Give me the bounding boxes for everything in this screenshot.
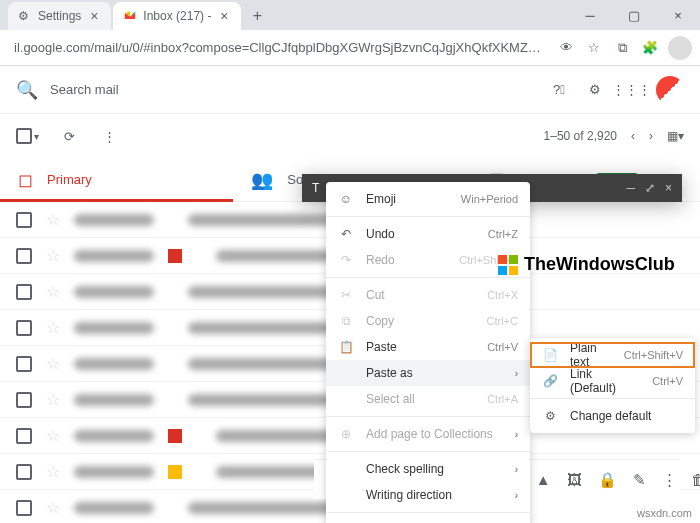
more-icon[interactable]: ⋮ (99, 126, 119, 146)
star-icon[interactable]: ☆ (46, 246, 60, 265)
plain-text-icon: 📄 (542, 348, 558, 362)
pen-icon[interactable]: ✎ (633, 471, 646, 489)
close-icon[interactable]: × (665, 181, 672, 195)
menu-paste[interactable]: 📋PasteCtrl+V (326, 334, 530, 360)
close-icon[interactable]: × (217, 9, 231, 23)
next-page-icon[interactable]: › (649, 129, 653, 143)
prev-page-icon[interactable]: ‹ (631, 129, 635, 143)
link-icon: 🔗 (542, 374, 558, 388)
profile-avatar[interactable] (668, 36, 692, 60)
star-icon[interactable]: ☆ (46, 390, 60, 409)
maximize-button[interactable]: ▢ (612, 0, 656, 30)
menu-paste-as[interactable]: Paste as› (326, 360, 530, 386)
refresh-icon[interactable]: ⟳ (59, 126, 79, 146)
windows-logo-icon (498, 255, 518, 275)
drive-icon[interactable]: ▲ (536, 471, 551, 488)
compose-title: T (312, 181, 319, 195)
menu-undo[interactable]: ↶UndoCtrl+Z (326, 221, 530, 247)
row-checkbox[interactable] (16, 392, 32, 408)
star-icon[interactable]: ☆ (46, 282, 60, 301)
label-red (168, 249, 182, 263)
watermark-text: TheWindowsClub (524, 254, 675, 275)
tab-primary[interactable]: ◻ Primary (0, 158, 233, 201)
url-field[interactable]: il.google.com/mail/u/0/#inbox?compose=Cl… (8, 40, 548, 55)
chevron-right-icon: › (515, 464, 518, 475)
more-icon[interactable]: ⋮ (662, 471, 677, 489)
search-placeholder: Search mail (50, 82, 119, 97)
svg-rect-0 (498, 255, 507, 264)
chevron-right-icon: › (515, 490, 518, 501)
account-avatar[interactable] (656, 76, 684, 104)
image-icon[interactable]: 🖼 (567, 471, 582, 488)
watermark: TheWindowsClub (498, 254, 675, 275)
close-button[interactable]: × (656, 0, 700, 30)
minimize-button[interactable]: ─ (568, 0, 612, 30)
gmail-tab-icon (123, 9, 137, 23)
star-icon[interactable]: ☆ (46, 498, 60, 517)
menu-select-all: Select allCtrl+A (326, 386, 530, 412)
expand-icon[interactable]: ⤢ (645, 181, 655, 195)
menu-collections: ⊕Add page to Collections› (326, 421, 530, 447)
separator (326, 416, 530, 417)
new-tab-button[interactable]: + (243, 2, 271, 30)
star-icon[interactable]: ☆ (46, 426, 60, 445)
star-icon[interactable]: ☆ (46, 462, 60, 481)
menu-direction[interactable]: Writing direction› (326, 482, 530, 508)
paste-icon: 📋 (338, 340, 354, 354)
separator (530, 398, 695, 399)
address-bar: il.google.com/mail/u/0/#inbox?compose=Cl… (0, 30, 700, 66)
row-checkbox[interactable] (16, 500, 32, 516)
row-checkbox[interactable] (16, 464, 32, 480)
submenu-plain-text[interactable]: 📄Plain textCtrl+Shift+V (530, 342, 695, 368)
row-checkbox[interactable] (16, 248, 32, 264)
sender (74, 430, 154, 442)
minimize-icon[interactable]: ─ (626, 181, 635, 195)
cut-icon: ✂ (338, 288, 354, 302)
row-checkbox[interactable] (16, 320, 32, 336)
settings-tab-icon: ⚙ (18, 9, 32, 23)
input-tools-icon[interactable]: ▦▾ (667, 129, 684, 143)
sender (74, 322, 154, 334)
source-text: wsxdn.com (637, 507, 692, 519)
tab-label: Primary (47, 172, 92, 187)
extensions-icon[interactable]: 🧩 (640, 38, 660, 58)
star-icon[interactable]: ☆ (46, 210, 60, 229)
star-icon[interactable]: ☆ (46, 318, 60, 337)
svg-rect-2 (498, 266, 507, 275)
row-checkbox[interactable] (16, 428, 32, 444)
label-yellow (168, 465, 182, 479)
collections-icon[interactable]: ⧉ (612, 38, 632, 58)
select-dropdown[interactable]: ▾ (34, 131, 39, 142)
submenu-change-default[interactable]: ⚙Change default (530, 403, 695, 429)
window-controls: ─ ▢ × (568, 0, 700, 30)
gmail-header: 🔍 Search mail ?⃝ ⚙ ⋮⋮⋮ (0, 66, 700, 114)
copy-icon: ⧉ (338, 314, 354, 328)
reader-icon[interactable]: 👁 (556, 38, 576, 58)
browser-titlebar: ⚙ Settings × Inbox (217) - × + ─ ▢ × (0, 0, 700, 30)
chevron-right-icon: › (515, 429, 518, 440)
menu-cut: ✂CutCtrl+X (326, 282, 530, 308)
apps-icon[interactable]: ⋮⋮⋮ (620, 79, 642, 101)
submenu-link[interactable]: 🔗Link (Default)Ctrl+V (530, 368, 695, 394)
help-icon[interactable]: ?⃝ (548, 79, 570, 101)
menu-emoji[interactable]: ☺EmojiWin+Period (326, 186, 530, 212)
row-checkbox[interactable] (16, 356, 32, 372)
tab-settings[interactable]: ⚙ Settings × (8, 2, 111, 30)
confidential-icon[interactable]: 🔒 (598, 471, 617, 489)
row-checkbox[interactable] (16, 212, 32, 228)
separator (326, 451, 530, 452)
search-box[interactable]: 🔍 Search mail (16, 79, 536, 101)
tab-inbox[interactable]: Inbox (217) - × (113, 2, 241, 30)
menu-spelling[interactable]: Check spelling› (326, 456, 530, 482)
close-icon[interactable]: × (87, 9, 101, 23)
select-all-checkbox[interactable] (16, 128, 32, 144)
trash-icon[interactable]: 🗑 (691, 471, 700, 488)
star-icon[interactable]: ☆ (46, 354, 60, 373)
row-checkbox[interactable] (16, 284, 32, 300)
inbox-toolbar: ▾ ⟳ ⋮ 1–50 of 2,920 ‹ › ▦▾ (0, 114, 700, 158)
gear-icon[interactable]: ⚙ (584, 79, 606, 101)
inbox-icon: ◻ (18, 169, 33, 191)
collections-icon: ⊕ (338, 427, 354, 441)
menu-capture[interactable]: ⬚Web captureCtrl+Shift+S (326, 517, 530, 523)
star-icon[interactable]: ☆ (584, 38, 604, 58)
